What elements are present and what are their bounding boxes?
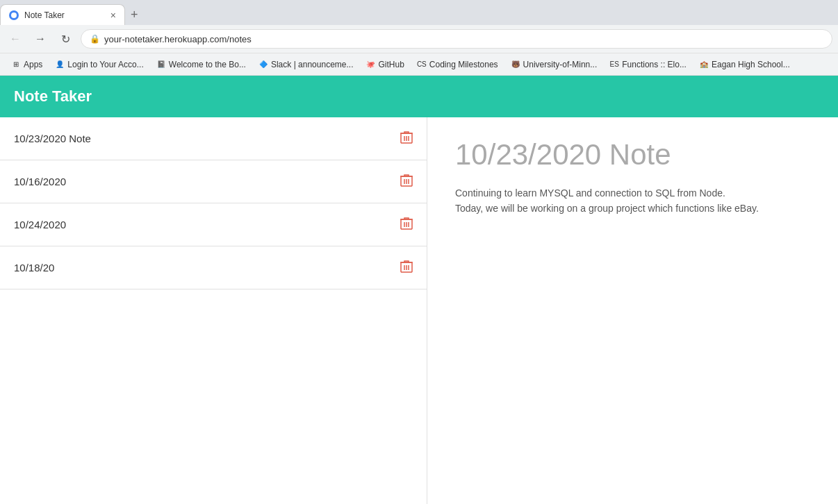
svg-point-0 [11,12,17,18]
delete-note-button[interactable] [400,173,413,190]
bookmark-apps[interactable]: ⊞Apps [6,58,48,71]
bookmark-university[interactable]: 🐻University-of-Minn... [505,58,603,71]
bookmark-slack[interactable]: 🔷Slack | announceme... [253,58,359,71]
note-detail-body: Continuing to learn MYSQL and connection… [455,185,810,217]
bookmark-functions[interactable]: ESFunctions :: Elo... [604,58,692,71]
forward-button[interactable]: → [31,29,50,49]
bookmark-icon-coding: CS [417,60,427,69]
app-body: 10/23/2020 Note 10/16/2020 [0,117,838,504]
bookmark-icon-eagan: 🏫 [699,60,709,69]
back-button[interactable]: ← [6,29,25,49]
delete-note-button[interactable] [400,130,413,147]
tab-favicon [9,10,19,20]
note-list-item[interactable]: 10/23/2020 Note [0,117,427,160]
bookmark-label-university: University-of-Minn... [523,60,598,69]
note-item-title: 10/16/2020 [14,176,66,187]
bookmark-label-coding: Coding Milestones [429,60,498,69]
address-bar: ← → ↻ 🔒 your-notetaker.herokuapp.com/not… [0,25,838,53]
note-item-title: 10/24/2020 [14,219,66,230]
bookmark-label-apps: Apps [24,60,42,69]
bookmark-label-slack: Slack | announceme... [271,60,354,69]
bookmark-coding[interactable]: CSCoding Milestones [411,58,504,71]
note-detail: 10/23/2020 Note Continuing to learn MYSQ… [427,117,838,504]
bookmark-label-functions: Functions :: Elo... [622,60,687,69]
note-list-item[interactable]: 10/18/20 [0,246,427,289]
browser-chrome: Note Taker × + ← → ↻ 🔒 your-notetaker.he… [0,0,838,76]
tab-close-button[interactable]: × [110,10,116,20]
url-bar[interactable]: 🔒 your-notetaker.herokuapp.com/notes [81,29,832,49]
bookmark-icon-functions: ES [609,60,619,69]
note-body-line1: Continuing to learn MYSQL and connection… [455,187,725,199]
bookmark-icon-welcome: 📓 [156,60,166,69]
url-text: your-notetaker.herokuapp.com/notes [104,34,823,44]
bookmark-login[interactable]: 👤Login to Your Acco... [49,58,149,71]
tab-title: Note Taker [24,10,105,20]
app-header: Note Taker [0,76,838,117]
refresh-button[interactable]: ↻ [56,29,75,49]
bookmark-icon-login: 👤 [55,60,65,69]
active-tab[interactable]: Note Taker × [0,4,125,25]
app-title: Note Taker [14,87,92,106]
bookmark-icon-apps: ⊞ [11,60,21,69]
tab-bar: Note Taker × + [0,0,838,25]
delete-note-button[interactable] [400,259,413,276]
bookmark-icon-university: 🐻 [511,60,520,69]
bookmark-label-login: Login to Your Acco... [67,60,143,69]
bookmark-eagan[interactable]: 🏫Eagan High School... [693,58,796,71]
new-tab-button[interactable]: + [125,4,144,25]
bookmark-label-welcome: Welcome to the Bo... [169,60,246,69]
note-list-item[interactable]: 10/24/2020 [0,203,427,246]
note-list-item[interactable]: 10/16/2020 [0,160,427,203]
bookmark-github[interactable]: 🐙GitHub [360,58,409,71]
bookmark-label-github: GitHub [378,60,404,69]
lock-icon: 🔒 [90,34,100,44]
delete-note-button[interactable] [400,216,413,233]
bookmark-icon-slack: 🔷 [258,60,268,69]
note-item-title: 10/23/2020 Note [14,133,91,144]
bookmark-label-eagan: Eagan High School... [712,60,790,69]
note-item-title: 10/18/20 [14,262,54,274]
notes-list: 10/23/2020 Note 10/16/2020 [0,117,427,504]
bookmark-welcome[interactable]: 📓Welcome to the Bo... [151,58,252,71]
bookmark-icon-github: 🐙 [365,60,375,69]
note-body-line2: Today, we will be working on a group pro… [455,203,759,214]
note-detail-title: 10/23/2020 Note [455,138,810,171]
bookmarks-bar: ⊞Apps👤Login to Your Acco...📓Welcome to t… [0,53,838,75]
